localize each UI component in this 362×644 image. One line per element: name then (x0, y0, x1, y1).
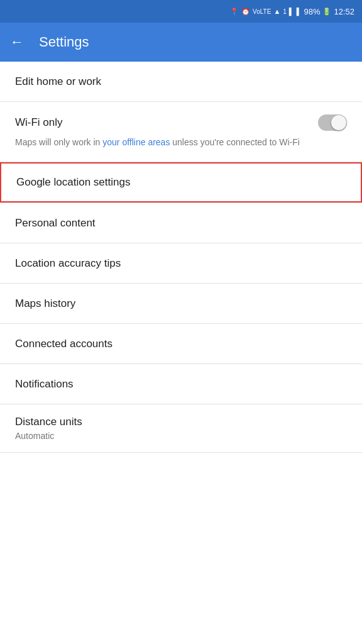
connected-accounts-item[interactable]: Connected accounts (0, 324, 362, 364)
personal-content-label: Personal content (15, 217, 96, 230)
distance-units-item[interactable]: Distance units Automatic (0, 404, 362, 453)
wifi-desc-prefix: Maps will only work in (15, 137, 102, 147)
wifi-icon: ▲ (273, 8, 280, 15)
wifi-only-description: Maps will only work in your offline area… (0, 136, 362, 162)
wifi-desc-suffix: unless you're connected to Wi-Fi (170, 137, 300, 147)
distance-units-value: Automatic (15, 431, 347, 441)
volte-icon: VoLTE (253, 8, 271, 15)
wifi-only-toggle[interactable] (318, 114, 347, 131)
maps-history-item[interactable]: Maps history (0, 284, 362, 324)
status-icons: 📍 ⏰ VoLTE ▲ 1 ▌ ▌ 98% 🔋 12:52 (230, 7, 354, 16)
wifi-offline-link[interactable]: your offline areas (102, 137, 170, 147)
edit-home-work-label: Edit home or work (15, 75, 101, 88)
battery-icon: 🔋 (322, 8, 331, 16)
location-accuracy-tips-item[interactable]: Location accuracy tips (0, 243, 362, 284)
location-icon: 📍 (230, 8, 239, 16)
google-location-settings-item[interactable]: Google location settings (0, 162, 362, 203)
edit-home-work-item[interactable]: Edit home or work (0, 62, 362, 102)
settings-content: Edit home or work Wi-Fi only Maps will o… (0, 62, 362, 453)
notification-number-icon: 1 (283, 8, 287, 15)
app-bar: ← Settings (0, 23, 362, 62)
notifications-item[interactable]: Notifications (0, 364, 362, 404)
wifi-only-row[interactable]: Wi-Fi only (0, 102, 362, 136)
distance-units-label: Distance units (15, 416, 347, 428)
wifi-only-label: Wi-Fi only (15, 116, 63, 129)
personal-content-item[interactable]: Personal content (0, 203, 362, 243)
battery-percentage: 98% (304, 7, 320, 16)
maps-history-label: Maps history (15, 297, 75, 310)
alarm-icon: ⏰ (241, 8, 250, 16)
signal-bars2-icon: ▌ (297, 8, 302, 15)
connected-accounts-label: Connected accounts (15, 338, 112, 350)
clock: 12:52 (334, 7, 354, 16)
toggle-knob (331, 115, 346, 130)
notifications-label: Notifications (15, 378, 74, 391)
location-accuracy-tips-label: Location accuracy tips (15, 257, 121, 270)
wifi-only-section: Wi-Fi only Maps will only work in your o… (0, 102, 362, 162)
page-title: Settings (39, 34, 89, 50)
signal-bars-icon: ▌ (289, 8, 294, 15)
back-button[interactable]: ← (10, 34, 24, 50)
google-location-settings-label: Google location settings (16, 176, 130, 189)
status-bar: 📍 ⏰ VoLTE ▲ 1 ▌ ▌ 98% 🔋 12:52 (0, 0, 362, 23)
